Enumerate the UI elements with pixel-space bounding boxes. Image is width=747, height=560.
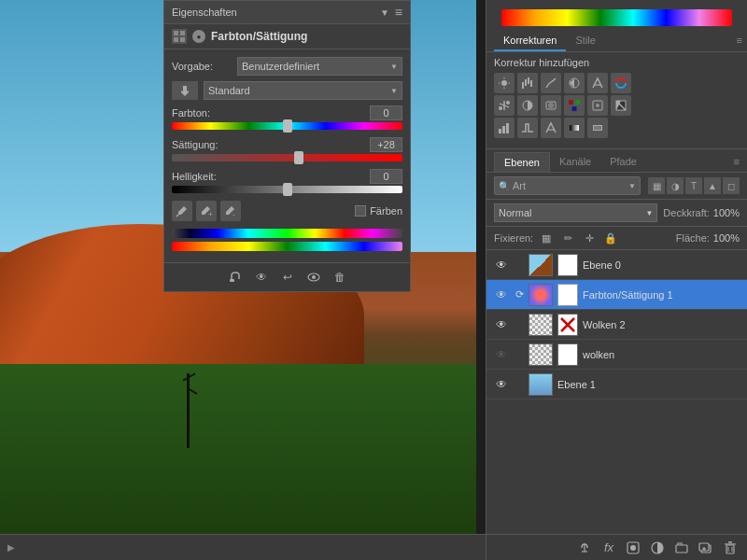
panel-title: Eigenschaften xyxy=(172,7,237,18)
saettigung-value[interactable]: +28 xyxy=(370,137,402,152)
eyedropper-sub-tool[interactable]: - xyxy=(220,201,241,221)
saettigung-thumb[interactable] xyxy=(294,151,303,164)
lock-row: Fixieren: ▦ ✏ ✛ 🔒 Fläche: 100% xyxy=(486,227,747,250)
layer-link-huesat[interactable]: ⟳ xyxy=(513,288,526,301)
adj-selectivecolor-icon[interactable] xyxy=(541,118,561,138)
helligkeit-value[interactable]: 0 xyxy=(370,169,402,184)
adj-brightness-icon[interactable] xyxy=(494,73,514,93)
fixieren-label: Fixieren: xyxy=(494,232,533,244)
eyedropper-tool[interactable] xyxy=(172,201,192,221)
tree-trunk xyxy=(187,373,190,448)
adj-solidcolor-icon[interactable] xyxy=(587,118,608,138)
adj-gradientmap-icon[interactable] xyxy=(564,118,585,138)
saettigung-track[interactable] xyxy=(172,154,402,161)
svg-rect-15 xyxy=(522,82,524,89)
footer-link-btn[interactable] xyxy=(575,539,594,557)
adj-colorlookup-icon[interactable] xyxy=(587,95,608,116)
vorgabe-dropdown[interactable]: Benutzerdefiniert ▼ xyxy=(237,57,402,76)
adj-levels-icon[interactable] xyxy=(517,73,538,93)
layer-eye-ebene1[interactable]: 👁 xyxy=(494,377,509,392)
standard-dropdown[interactable]: Standard ▼ xyxy=(204,81,402,100)
farbton-value[interactable]: 0 xyxy=(370,105,402,120)
bottom-info: ▶ xyxy=(7,542,15,553)
layers-search[interactable]: 🔍 Art ▼ xyxy=(494,176,641,195)
filter-pixel-icon[interactable]: ▦ xyxy=(648,177,665,194)
lock-transparent-icon[interactable]: ▦ xyxy=(538,230,555,246)
footer-adjustment-btn[interactable] xyxy=(648,539,667,557)
adj-exposure-icon[interactable] xyxy=(564,73,585,93)
layer-eye-ebene0[interactable]: 👁 xyxy=(494,258,509,273)
layer-item-wolken2[interactable]: 👁 Wolken 2 xyxy=(486,310,747,340)
layer-link-ebene0[interactable] xyxy=(513,259,526,272)
layer-item-ebene1[interactable]: 👁 Ebene 1 xyxy=(486,370,747,399)
layer-link-wolken[interactable] xyxy=(513,348,526,361)
footer-newlayer-btn[interactable] xyxy=(697,539,715,557)
footer-icon-visibility[interactable] xyxy=(304,268,323,287)
adj-threshold-icon[interactable] xyxy=(517,118,538,138)
layer-item-huesat[interactable]: 👁 ⟳ Farbton/Sättigung 1 xyxy=(486,280,747,310)
eyedropper-add-tool[interactable]: + xyxy=(196,201,217,221)
svg-text:+: + xyxy=(208,210,213,217)
panel-header[interactable]: Eigenschaften ▼ ≡ xyxy=(164,1,410,24)
filter-smart-icon[interactable]: ◻ xyxy=(723,177,740,194)
farbton-thumb[interactable] xyxy=(283,119,292,133)
adj-huesat-icon[interactable] xyxy=(611,73,631,93)
adj-invert-icon[interactable] xyxy=(611,95,631,116)
lock-move-icon[interactable]: ✛ xyxy=(581,230,598,246)
svg-text:-: - xyxy=(233,210,235,217)
tab-stile[interactable]: Stile xyxy=(566,31,604,51)
adj-posterize-icon[interactable] xyxy=(494,118,514,138)
layers-tabs: Ebenen Kanäle Pfade ≡ xyxy=(486,152,747,173)
adj-curves-icon[interactable] xyxy=(541,73,561,93)
lock-all-icon[interactable]: 🔒 xyxy=(602,230,619,246)
standard-row: Standard ▼ xyxy=(172,81,402,100)
helligkeit-track[interactable] xyxy=(172,186,402,193)
filter-shape-icon[interactable]: ▲ xyxy=(704,177,721,194)
saettigung-row: Sättigung: +28 xyxy=(172,137,402,161)
panel-collapse-icon[interactable]: ▼ xyxy=(380,7,389,18)
flaeche-value[interactable]: 100% xyxy=(713,232,740,244)
footer-icon-reset[interactable]: ↩ xyxy=(278,268,297,287)
panel-body: Vorgabe: Benutzerdefiniert ▼ Standard ▼ … xyxy=(164,49,410,262)
footer-fx-btn[interactable]: fx xyxy=(599,539,618,557)
tab-ebenen[interactable]: Ebenen xyxy=(494,152,550,172)
layers-menu-icon[interactable]: ≡ xyxy=(734,156,740,167)
korrekturen-menu-icon[interactable]: ≡ xyxy=(737,35,742,46)
footer-icon-eye[interactable]: 👁 xyxy=(252,268,271,287)
layer-item-wolken[interactable]: 👁 wolken xyxy=(486,340,747,370)
filter-adj-icon[interactable]: ◑ xyxy=(667,177,684,194)
lock-paint-icon[interactable]: ✏ xyxy=(559,230,576,246)
tab-kanaele[interactable]: Kanäle xyxy=(550,152,600,172)
panel-menu-icon[interactable]: ≡ xyxy=(395,5,402,20)
layer-eye-huesat[interactable]: 👁 xyxy=(494,287,509,302)
layer-eye-wolken2[interactable]: 👁 xyxy=(494,317,509,332)
vorgabe-arrow: ▼ xyxy=(390,63,398,71)
helligkeit-thumb[interactable] xyxy=(283,183,292,196)
layer-eye-wolken[interactable]: 👁 xyxy=(494,347,509,362)
layer-thumb-ebene0 xyxy=(529,254,553,276)
adj-photofilter-icon[interactable] xyxy=(541,95,561,116)
hand-tool-icon[interactable] xyxy=(172,81,198,100)
adj-colorbalance-icon[interactable] xyxy=(494,95,514,116)
adj-channelmixer-icon[interactable] xyxy=(564,95,585,116)
blend-mode-dropdown[interactable]: Normal ▼ xyxy=(494,203,657,222)
filter-text-icon[interactable]: T xyxy=(685,177,702,194)
layer-link-ebene1[interactable] xyxy=(513,378,526,391)
footer-delete-btn[interactable] xyxy=(721,539,740,557)
footer-group-btn[interactable] xyxy=(672,539,691,557)
adj-bw-icon[interactable] xyxy=(517,95,538,116)
deckkraft-value[interactable]: 100% xyxy=(713,207,740,218)
tab-pfade[interactable]: Pfade xyxy=(600,152,646,172)
svg-point-45 xyxy=(630,545,636,551)
layer-item-ebene0[interactable]: 👁 Ebene 0 xyxy=(486,250,747,280)
farbton-track[interactable] xyxy=(172,122,402,130)
adj-vibrance-icon[interactable] xyxy=(587,73,608,93)
farben-checkbox[interactable] xyxy=(355,205,366,217)
layer-thumb-huesat xyxy=(529,284,553,306)
layer-link-wolken2[interactable] xyxy=(513,318,526,331)
footer-mask-btn[interactable] xyxy=(624,539,642,557)
footer-icon-delete[interactable]: 🗑 xyxy=(331,268,349,287)
footer-icon-clip[interactable] xyxy=(226,268,245,287)
tab-korrekturen[interactable]: Korrekturen xyxy=(494,31,566,51)
right-panel: Korrekturen Stile ≡ Korrektur hinzufügen xyxy=(486,0,747,560)
